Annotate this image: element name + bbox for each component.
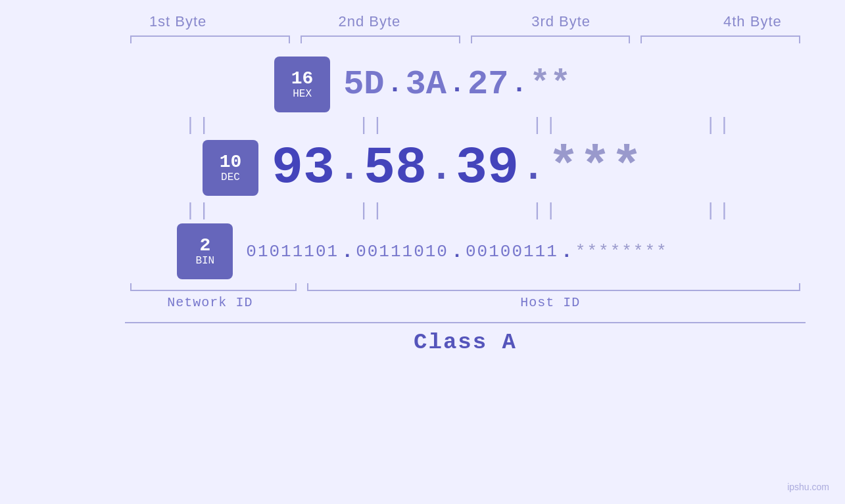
dec-values-row: 93 . 58 . 39 . *** bbox=[272, 138, 642, 198]
dec-section: 10 DEC 93 . 58 . 39 . *** bbox=[203, 138, 642, 198]
host-id-label: Host ID bbox=[295, 295, 806, 310]
bin-values-row: 01011101 . 00111010 . 00100111 . *******… bbox=[246, 241, 667, 263]
class-bar-line bbox=[125, 322, 806, 323]
header-row: 1st Byte 2nd Byte 3rd Byte 4th Byte bbox=[82, 13, 845, 30]
bin-value-4: ******** bbox=[575, 242, 668, 262]
bracket-1 bbox=[130, 35, 290, 43]
equals-2-2: || bbox=[285, 198, 459, 223]
dec-cell-3: 39 . bbox=[456, 138, 548, 198]
bin-section: 2 BIN 01011101 . 00111010 . 00100111 . *… bbox=[177, 223, 667, 279]
hex-value-3: 27 bbox=[468, 65, 508, 104]
host-bracket bbox=[307, 283, 800, 291]
dec-value-2: 58 bbox=[364, 138, 427, 198]
bracket-2 bbox=[301, 35, 460, 43]
equals-2-4: || bbox=[632, 198, 806, 223]
bin-cell-1: 01011101 . bbox=[246, 241, 356, 263]
dec-dot-2: . bbox=[427, 146, 456, 191]
dec-value-1: 93 bbox=[272, 138, 335, 198]
bin-badge: 2 BIN bbox=[177, 223, 233, 279]
hex-value-4: ** bbox=[529, 65, 570, 104]
bracket-4 bbox=[640, 35, 800, 43]
byte-label-4: 4th Byte bbox=[657, 13, 845, 30]
bin-cell-3: 00100111 . bbox=[466, 241, 575, 263]
equals-1-2: || bbox=[285, 112, 459, 138]
hex-cell-3: 27 . bbox=[468, 65, 529, 104]
equals-1-4: || bbox=[632, 112, 806, 138]
network-bracket bbox=[130, 283, 297, 291]
hex-dot-3: . bbox=[508, 70, 529, 99]
dec-cell-1: 93 . bbox=[272, 138, 364, 198]
hex-badge-number: 16 bbox=[291, 70, 314, 88]
bin-cell-4: ******** bbox=[575, 242, 668, 262]
dec-badge: 10 DEC bbox=[203, 140, 258, 196]
equals-2-1: || bbox=[112, 198, 285, 223]
hex-badge: 16 HEX bbox=[274, 57, 330, 112]
dec-dot-1: . bbox=[335, 146, 364, 191]
byte-label-2: 2nd Byte bbox=[274, 13, 465, 30]
hex-values-row: 5D . 3A . 27 . ** bbox=[343, 65, 571, 104]
hex-cell-4: ** bbox=[529, 65, 570, 104]
dec-cell-4: *** bbox=[548, 138, 642, 198]
bin-value-3: 00100111 bbox=[466, 242, 558, 262]
dec-dot-3: . bbox=[519, 146, 548, 191]
bottom-labels: Network ID Host ID bbox=[125, 295, 806, 310]
dec-value-4: *** bbox=[548, 138, 642, 198]
main-container: 1st Byte 2nd Byte 3rd Byte 4th Byte 16 H… bbox=[0, 0, 845, 504]
top-brackets bbox=[125, 35, 806, 43]
equals-1-1: || bbox=[112, 112, 285, 138]
bin-badge-label: BIN bbox=[195, 255, 214, 267]
class-label: Class A bbox=[125, 330, 806, 355]
bottom-brackets bbox=[125, 283, 806, 291]
network-id-label: Network ID bbox=[125, 295, 295, 310]
bin-cell-2: 00111010 . bbox=[356, 241, 466, 263]
hex-section: 16 HEX 5D . 3A . 27 . ** bbox=[274, 57, 571, 112]
equals-2-3: || bbox=[459, 198, 633, 223]
bracket-3 bbox=[471, 35, 631, 43]
equals-row-1: || || || || bbox=[112, 112, 806, 138]
watermark: ipshu.com bbox=[787, 482, 829, 492]
bin-dot-3: . bbox=[558, 241, 575, 263]
equals-1-3: || bbox=[459, 112, 633, 138]
byte-label-1: 1st Byte bbox=[82, 13, 274, 30]
hex-value-1: 5D bbox=[343, 65, 384, 104]
hex-badge-label: HEX bbox=[293, 88, 312, 100]
dec-cell-2: 58 . bbox=[364, 138, 456, 198]
bin-value-2: 00111010 bbox=[356, 242, 448, 262]
bottom-area: Network ID Host ID bbox=[125, 283, 806, 310]
bin-badge-number: 2 bbox=[199, 237, 210, 255]
hex-dot-1: . bbox=[385, 70, 406, 99]
hex-dot-2: . bbox=[447, 70, 468, 99]
dec-value-3: 39 bbox=[456, 138, 519, 198]
dec-badge-label: DEC bbox=[221, 172, 240, 183]
hex-value-2: 3A bbox=[406, 65, 447, 104]
dec-badge-number: 10 bbox=[220, 153, 242, 172]
class-bar: Class A bbox=[125, 322, 806, 355]
bin-dot-2: . bbox=[448, 241, 466, 263]
hex-cell-1: 5D . bbox=[343, 65, 405, 104]
hex-cell-2: 3A . bbox=[406, 65, 468, 104]
bin-dot-1: . bbox=[339, 241, 356, 263]
byte-label-3: 3rd Byte bbox=[466, 13, 657, 30]
bin-value-1: 01011101 bbox=[246, 242, 339, 262]
equals-row-2: || || || || bbox=[112, 198, 806, 223]
